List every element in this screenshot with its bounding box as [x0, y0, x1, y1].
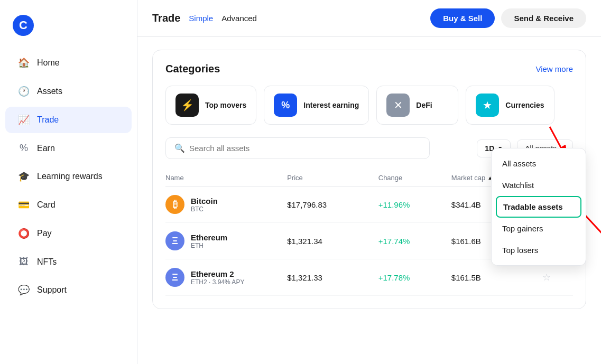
bitcoin-change: +11.96% [378, 200, 451, 209]
sidebar-item-assets[interactable]: 🕐 Assets [5, 78, 132, 105]
tab-advanced[interactable]: Advanced [221, 14, 257, 23]
pay-icon: ⭕ [18, 228, 30, 239]
dropdown-item-tradable-assets[interactable]: Tradable assets [496, 196, 581, 218]
tab-simple[interactable]: Simple [189, 14, 213, 23]
bitcoin-price: $17,796.83 [287, 200, 378, 209]
send-receive-button[interactable]: Send & Receive [501, 8, 586, 28]
sidebar-item-label-learning: Learning rewards [37, 172, 103, 181]
asset-info-ethereum2[interactable]: Ξ Ethereum 2 ETH2 · 3.94% APY [165, 268, 287, 287]
sidebar-item-label-home: Home [37, 58, 60, 68]
home-icon: 🏠 [18, 57, 30, 69]
top-movers-icon: ⚡ [175, 94, 199, 117]
section-title: Categories [165, 63, 220, 75]
ethereum2-price: $1,321.33 [287, 273, 378, 282]
category-card-interest-earning[interactable]: % Interest earning [264, 86, 369, 125]
dropdown-item-top-gainers[interactable]: Top gainers [492, 218, 586, 239]
header-left: Trade Simple Advanced [152, 12, 257, 24]
ethereum-name: Ethereum [191, 233, 227, 242]
defi-label: DeFi [416, 100, 432, 110]
interest-earning-icon: % [274, 94, 297, 117]
sidebar-item-earn[interactable]: % Earn [5, 135, 132, 161]
asset-info-ethereum[interactable]: Ξ Ethereum ETH [165, 231, 287, 250]
page-title: Trade [152, 12, 180, 24]
assets-icon: 🕐 [18, 86, 30, 97]
ethereum-details: Ethereum ETH [191, 233, 227, 249]
card-icon: 💳 [18, 199, 30, 211]
defi-icon: ✕ [386, 94, 410, 117]
trade-icon: 📈 [18, 114, 30, 126]
col-header-price: Price [287, 174, 378, 182]
header: Trade Simple Advanced Buy & Sell Send & … [137, 0, 601, 37]
view-more-link[interactable]: View more [535, 64, 573, 73]
category-cards: ⚡ Top movers % Interest earning ✕ DeFi ★… [165, 86, 573, 125]
bitcoin-details: Bitcoin BTC [191, 197, 218, 213]
bitcoin-name: Bitcoin [191, 197, 218, 206]
ethereum-price: $1,321.34 [287, 237, 378, 246]
ethereum2-marketcap: $161.5B [451, 273, 543, 282]
col-header-name: Name [165, 174, 287, 182]
sidebar-item-label-card: Card [37, 200, 56, 210]
sidebar-item-label-earn: Earn [37, 144, 55, 153]
ethereum2-watchlist-star[interactable]: ☆ [542, 272, 573, 283]
sidebar-item-pay[interactable]: ⭕ Pay [5, 220, 132, 247]
learning-icon: 🎓 [18, 171, 30, 182]
header-right: Buy & Sell Send & Receive [430, 8, 586, 28]
coinbase-logo: C [13, 15, 34, 36]
dropdown-item-watchlist[interactable]: Watchlist [492, 174, 586, 196]
bitcoin-icon: ₿ [165, 195, 184, 214]
currencies-icon: ★ [476, 94, 499, 117]
content-area: Categories View more ⚡ Top movers % Inte… [137, 37, 601, 364]
ethereum2-change: +17.78% [378, 273, 451, 282]
nfts-icon: 🖼 [18, 256, 30, 267]
sidebar: C 🏠 Home 🕐 Assets 📈 Trade % Earn 🎓 Learn… [0, 0, 137, 364]
currencies-label: Currencies [505, 100, 544, 110]
ethereum2-icon: Ξ [165, 268, 184, 287]
main-content: Trade Simple Advanced Buy & Sell Send & … [137, 0, 601, 364]
dropdown-item-top-losers[interactable]: Top losers [492, 239, 586, 261]
col-header-change: Change [378, 174, 451, 182]
sidebar-item-card[interactable]: 💳 Card [5, 192, 132, 218]
interest-earning-label: Interest earning [303, 100, 359, 110]
ethereum2-name: Ethereum 2 [191, 269, 244, 278]
ethereum-ticker: ETH [191, 242, 227, 249]
dropdown-item-all-assets[interactable]: All assets [492, 153, 586, 174]
support-icon: 💬 [18, 284, 30, 296]
bitcoin-ticker: BTC [191, 206, 218, 213]
earn-icon: % [18, 143, 30, 154]
sidebar-item-label-assets: Assets [37, 87, 62, 96]
sidebar-item-support[interactable]: 💬 Support [5, 277, 132, 303]
section-header: Categories View more [165, 63, 573, 75]
sidebar-nav: 🏠 Home 🕐 Assets 📈 Trade % Earn 🎓 Learnin… [0, 49, 137, 356]
ethereum2-ticker: ETH2 · 3.94% APY [191, 278, 244, 286]
category-card-defi[interactable]: ✕ DeFi [376, 86, 458, 125]
search-icon: 🔍 [174, 143, 185, 153]
sidebar-item-label-support: Support [37, 285, 67, 295]
sidebar-item-learning[interactable]: 🎓 Learning rewards [5, 163, 132, 190]
sidebar-item-trade[interactable]: 📈 Trade [5, 107, 132, 133]
sidebar-logo: C [0, 8, 137, 49]
asset-info-bitcoin[interactable]: ₿ Bitcoin BTC [165, 195, 287, 214]
sidebar-item-label-nfts: NFTs [37, 257, 57, 267]
sidebar-item-nfts[interactable]: 🖼 NFTs [5, 249, 132, 275]
ethereum-change: +17.74% [378, 237, 451, 246]
search-input[interactable] [189, 144, 421, 153]
sidebar-item-home[interactable]: 🏠 Home [5, 50, 132, 76]
buy-sell-button[interactable]: Buy & Sell [430, 8, 495, 28]
ethereum-icon: Ξ [165, 231, 184, 250]
sidebar-item-label-trade: Trade [37, 115, 59, 125]
search-box[interactable]: 🔍 [165, 137, 430, 159]
sidebar-item-label-pay: Pay [37, 229, 52, 238]
category-card-top-movers[interactable]: ⚡ Top movers [165, 86, 256, 125]
ethereum2-details: Ethereum 2 ETH2 · 3.94% APY [191, 269, 244, 286]
top-movers-label: Top movers [205, 100, 246, 110]
asset-filter-dropdown: All assets Watchlist Tradable assets Top… [491, 148, 586, 266]
category-card-currencies[interactable]: ★ Currencies [466, 86, 554, 125]
